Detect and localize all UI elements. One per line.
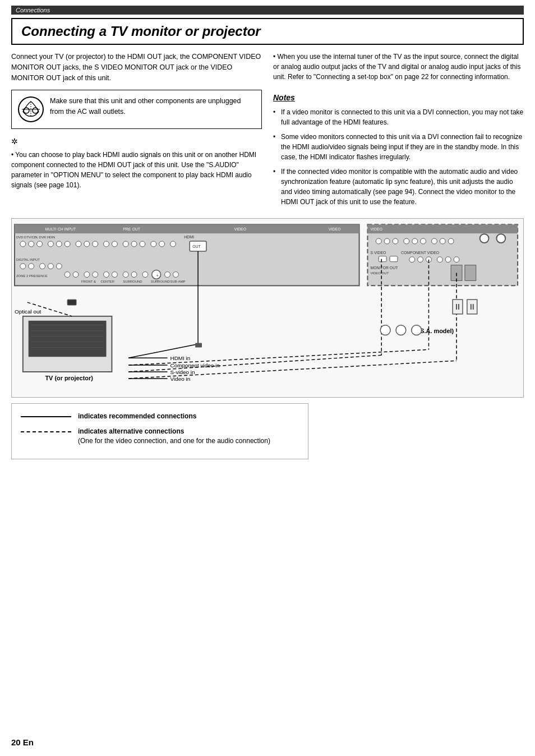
svg-point-16 <box>64 241 70 247</box>
svg-point-31 <box>376 238 381 244</box>
svg-text:SURROUND: SURROUND <box>151 280 170 283</box>
svg-point-21 <box>112 241 117 247</box>
svg-point-68 <box>84 272 90 278</box>
svg-text:HDMI: HDMI <box>184 235 194 239</box>
svg-point-46 <box>409 257 415 262</box>
note-item-1: If a video monitor is connected to this … <box>273 107 524 127</box>
tip-text: You can choose to play back HDMI audio s… <box>11 151 256 189</box>
tip-symbol: ✲ <box>11 136 262 147</box>
svg-rect-28 <box>367 224 518 285</box>
svg-text:PRE OUT: PRE OUT <box>123 227 141 231</box>
svg-point-77 <box>173 272 178 278</box>
legend-dashed-sublabel: (One for the video connection, and one f… <box>78 437 270 445</box>
legend-solid-line <box>21 416 71 417</box>
svg-point-63 <box>48 264 53 269</box>
svg-point-34 <box>404 238 409 244</box>
svg-rect-29 <box>367 224 518 233</box>
notes-title: Notes <box>273 92 524 104</box>
svg-point-26 <box>159 241 165 247</box>
svg-point-20 <box>104 241 109 247</box>
svg-text:–: – <box>156 278 159 282</box>
intro-right-bullet: • When you use the internal tuner of the… <box>273 52 524 82</box>
svg-text:Optical out: Optical out <box>15 308 41 315</box>
svg-text:DIGITAL INPUT: DIGITAL INPUT <box>16 258 40 261</box>
svg-point-71 <box>112 272 117 278</box>
svg-point-72 <box>123 272 128 278</box>
section-header: Connections <box>11 6 524 15</box>
legend-dashed-text: indicates alternative connections (One f… <box>78 427 270 446</box>
svg-point-50 <box>445 257 451 262</box>
svg-point-35 <box>412 238 418 244</box>
svg-text:VIDEO: VIDEO <box>370 227 382 231</box>
svg-point-74 <box>142 272 148 278</box>
svg-point-69 <box>93 272 98 278</box>
svg-point-66 <box>64 272 70 278</box>
note-text-3: If the connected video monitor is compat… <box>281 168 518 206</box>
svg-point-47 <box>418 257 423 262</box>
svg-point-2 <box>33 108 38 113</box>
warning-text: Make sure that this unit and other compo… <box>50 96 256 117</box>
svg-text:DVD DTV/CBL DVR HDIN: DVD DTV/CBL DVR HDIN <box>16 236 55 239</box>
svg-point-49 <box>437 257 442 262</box>
svg-point-60 <box>20 264 26 269</box>
svg-point-111 <box>412 325 422 335</box>
svg-point-11 <box>20 241 26 247</box>
svg-text:+: + <box>156 274 159 278</box>
svg-point-62 <box>40 264 45 269</box>
note-text-1: If a video monitor is connected to this … <box>281 108 523 126</box>
svg-text:VIDEO OUT: VIDEO OUT <box>370 271 389 275</box>
legend-dashed-line <box>21 431 71 432</box>
svg-rect-44 <box>390 256 398 262</box>
tip-bullet: • You can choose to play back HDMI audio… <box>11 150 262 190</box>
svg-point-76 <box>165 272 170 278</box>
warning-message: Make sure that this unit and other compo… <box>50 97 241 116</box>
note-item-3: If the connected video monitor is compat… <box>273 167 524 207</box>
warning-icon <box>17 96 44 123</box>
svg-rect-87 <box>29 321 107 357</box>
svg-text:CENTER: CENTER <box>101 280 115 283</box>
intro-right: • When you use the internal tuner of the… <box>273 52 524 211</box>
svg-text:TV (or projector): TV (or projector) <box>45 375 93 381</box>
svg-point-51 <box>454 257 459 262</box>
svg-point-22 <box>123 241 128 247</box>
svg-point-64 <box>56 264 62 269</box>
svg-text:ZONE 2 PRESENCE: ZONE 2 PRESENCE <box>16 274 48 278</box>
section-header-text: Connections <box>16 7 50 13</box>
svg-point-73 <box>131 272 137 278</box>
notes-list: If a video monitor is connected to this … <box>273 107 524 207</box>
svg-point-67 <box>73 272 79 278</box>
title-text: Connecting a TV monitor or projector <box>21 24 261 39</box>
svg-point-61 <box>29 264 34 269</box>
svg-point-33 <box>393 238 398 244</box>
svg-text:SUB-AMP: SUB-AMP <box>170 280 186 283</box>
svg-point-14 <box>48 241 53 247</box>
svg-rect-55 <box>465 265 476 281</box>
svg-rect-85 <box>67 299 76 305</box>
warning-box: Make sure that this unit and other compo… <box>11 90 262 129</box>
svg-rect-108 <box>195 343 202 347</box>
svg-point-12 <box>29 241 34 247</box>
intro-left: Connect your TV (or projector) to the HD… <box>11 52 262 211</box>
svg-text:HDMI in: HDMI in <box>170 355 191 361</box>
svg-point-23 <box>131 241 137 247</box>
svg-point-25 <box>151 241 156 247</box>
connection-diagram: MULTI CH INPUT PRE OUT VIDEO VIDEO DVD D… <box>11 218 524 398</box>
svg-point-36 <box>421 238 426 244</box>
notes-section: Notes If a video monitor is connected to… <box>273 92 524 207</box>
svg-point-1 <box>24 108 29 113</box>
svg-point-27 <box>170 241 176 247</box>
svg-text:Component video in: Component video in <box>170 362 220 368</box>
note-text-2: Some video monitors connected to this un… <box>281 133 522 161</box>
svg-point-15 <box>56 241 62 247</box>
legend-dashed-item: indicates alternative connections (One f… <box>21 427 299 446</box>
svg-point-37 <box>431 238 437 244</box>
svg-text:MULTI CH INPUT: MULTI CH INPUT <box>45 227 76 231</box>
legend-solid-text: indicates recommended connections <box>78 412 196 421</box>
svg-point-32 <box>384 238 390 244</box>
svg-point-19 <box>93 241 98 247</box>
svg-rect-43 <box>379 256 386 262</box>
svg-text:OUT: OUT <box>192 245 201 248</box>
svg-text:SURROUND: SURROUND <box>123 280 142 283</box>
svg-text:MONITOR OUT: MONITOR OUT <box>370 266 398 270</box>
legend-box: indicates recommended connections indica… <box>11 403 308 459</box>
